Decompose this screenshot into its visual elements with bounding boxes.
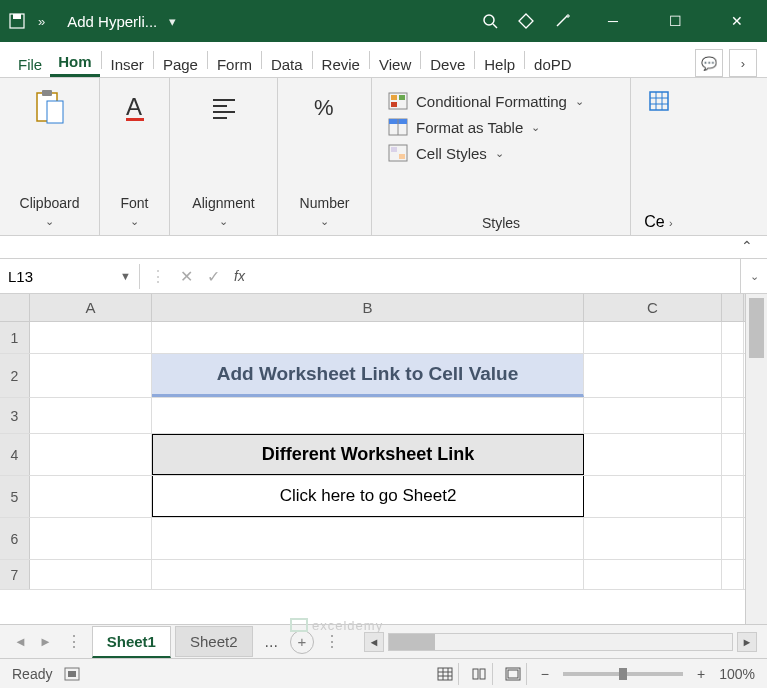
scroll-right-icon[interactable]: ► bbox=[737, 632, 757, 652]
macro-record-icon[interactable] bbox=[64, 667, 80, 681]
cell[interactable] bbox=[584, 560, 722, 589]
cell[interactable] bbox=[30, 518, 152, 559]
chevron-down-icon[interactable]: ⌄ bbox=[320, 215, 329, 227]
cell[interactable] bbox=[152, 398, 584, 433]
add-sheet-button[interactable]: + bbox=[290, 630, 314, 654]
row-header[interactable]: 2 bbox=[0, 354, 30, 397]
tab-formulas[interactable]: Form bbox=[209, 50, 260, 77]
row-header[interactable]: 4 bbox=[0, 434, 30, 475]
cell[interactable] bbox=[584, 322, 722, 353]
cell-link[interactable]: Click here to go Sheet2 bbox=[152, 476, 584, 517]
chevron-down-icon[interactable]: ⌄ bbox=[130, 215, 139, 227]
sheet-nav-prev-icon[interactable]: ◄ bbox=[10, 634, 31, 649]
cell[interactable] bbox=[584, 518, 722, 559]
row-header[interactable]: 3 bbox=[0, 398, 30, 433]
cell[interactable] bbox=[722, 398, 744, 433]
cell[interactable] bbox=[30, 560, 152, 589]
chevron-down-icon[interactable]: ⌄ bbox=[45, 215, 54, 227]
cancel-formula-icon[interactable]: ✕ bbox=[180, 267, 193, 286]
cell[interactable] bbox=[30, 354, 152, 397]
title-dropdown-icon[interactable]: ▾ bbox=[169, 14, 176, 29]
view-page-break-icon[interactable] bbox=[501, 663, 527, 685]
search-icon[interactable] bbox=[481, 12, 499, 30]
expand-formula-icon[interactable]: ⌄ bbox=[741, 270, 767, 283]
cell[interactable] bbox=[584, 434, 722, 475]
cell[interactable] bbox=[30, 322, 152, 353]
conditional-formatting-button[interactable]: Conditional Formatting⌄ bbox=[382, 88, 620, 114]
tab-dopdf[interactable]: doPD bbox=[526, 50, 580, 77]
sheet-nav-next-icon[interactable]: ► bbox=[35, 634, 56, 649]
formula-input[interactable] bbox=[255, 259, 741, 293]
name-box[interactable]: L13 ▼ bbox=[0, 264, 140, 289]
tab-insert[interactable]: Inser bbox=[103, 50, 152, 77]
cell[interactable] bbox=[584, 354, 722, 397]
tab-home[interactable]: Hom bbox=[50, 47, 99, 77]
tab-page[interactable]: Page bbox=[155, 50, 206, 77]
cell-styles-button[interactable]: Cell Styles⌄ bbox=[382, 140, 620, 166]
cell[interactable] bbox=[584, 398, 722, 433]
row-header[interactable]: 5 bbox=[0, 476, 30, 517]
cell-title[interactable]: Add Worksheet Link to Cell Value bbox=[152, 354, 584, 397]
maximize-button[interactable]: ☐ bbox=[653, 0, 697, 42]
tab-developer[interactable]: Deve bbox=[422, 50, 473, 77]
paste-icon[interactable] bbox=[26, 86, 74, 130]
sheet-tab-more[interactable]: ... bbox=[257, 629, 286, 655]
row-header[interactable]: 6 bbox=[0, 518, 30, 559]
more-commands-icon[interactable]: » bbox=[38, 14, 45, 29]
cell[interactable] bbox=[152, 518, 584, 559]
tab-view[interactable]: View bbox=[371, 50, 419, 77]
cell[interactable] bbox=[722, 354, 744, 397]
wand-icon[interactable] bbox=[553, 12, 573, 30]
vertical-scrollbar[interactable] bbox=[745, 294, 767, 624]
row-header[interactable]: 1 bbox=[0, 322, 30, 353]
tab-review[interactable]: Revie bbox=[314, 50, 368, 77]
tab-data[interactable]: Data bbox=[263, 50, 311, 77]
zoom-level[interactable]: 100% bbox=[719, 666, 755, 682]
cell[interactable] bbox=[722, 560, 744, 589]
view-normal-icon[interactable] bbox=[433, 663, 459, 685]
zoom-slider[interactable] bbox=[563, 672, 683, 676]
select-all-corner[interactable] bbox=[0, 294, 30, 321]
col-header-a[interactable]: A bbox=[30, 294, 152, 321]
zoom-out-button[interactable]: − bbox=[535, 666, 555, 682]
cell[interactable] bbox=[30, 434, 152, 475]
fx-icon[interactable]: fx bbox=[234, 268, 245, 284]
alignment-icon[interactable] bbox=[200, 86, 248, 130]
ribbon-overflow-icon[interactable]: › bbox=[729, 49, 757, 77]
cell[interactable] bbox=[584, 476, 722, 517]
chevron-down-icon[interactable]: ▼ bbox=[120, 270, 131, 282]
chevron-down-icon[interactable]: ⌄ bbox=[219, 215, 228, 227]
diamond-icon[interactable] bbox=[517, 12, 535, 30]
autosave-icon[interactable] bbox=[8, 12, 26, 30]
tab-file[interactable]: File bbox=[10, 50, 50, 77]
sheet-tab-1[interactable]: Sheet1 bbox=[92, 626, 171, 658]
col-header-b[interactable]: B bbox=[152, 294, 584, 321]
cell-header[interactable]: Different Worksheet Link bbox=[152, 434, 584, 475]
cell[interactable] bbox=[722, 322, 744, 353]
insert-cells-icon[interactable] bbox=[644, 86, 674, 116]
close-button[interactable]: ✕ bbox=[715, 0, 759, 42]
number-icon[interactable]: % bbox=[301, 86, 349, 130]
horizontal-scrollbar[interactable]: ◄ ► bbox=[364, 632, 757, 652]
cell[interactable] bbox=[30, 476, 152, 517]
sheet-tab-2[interactable]: Sheet2 bbox=[175, 626, 253, 657]
format-as-table-button[interactable]: Format as Table⌄ bbox=[382, 114, 620, 140]
minimize-button[interactable]: ─ bbox=[591, 0, 635, 42]
scroll-left-icon[interactable]: ◄ bbox=[364, 632, 384, 652]
comments-button[interactable]: 💬 bbox=[695, 49, 723, 77]
row-header[interactable]: 7 bbox=[0, 560, 30, 589]
cell[interactable] bbox=[722, 434, 744, 475]
cell[interactable] bbox=[722, 518, 744, 559]
accept-formula-icon[interactable]: ✓ bbox=[207, 267, 220, 286]
view-page-layout-icon[interactable] bbox=[467, 663, 493, 685]
collapse-ribbon-icon[interactable]: ⌃ bbox=[741, 238, 753, 254]
font-icon[interactable]: A bbox=[111, 86, 159, 130]
cell[interactable] bbox=[152, 560, 584, 589]
cell[interactable] bbox=[722, 476, 744, 517]
cell[interactable] bbox=[30, 398, 152, 433]
col-header-c[interactable]: C bbox=[584, 294, 722, 321]
col-header-d[interactable] bbox=[722, 294, 744, 321]
tab-help[interactable]: Help bbox=[476, 50, 523, 77]
cell[interactable] bbox=[152, 322, 584, 353]
zoom-in-button[interactable]: + bbox=[691, 666, 711, 682]
